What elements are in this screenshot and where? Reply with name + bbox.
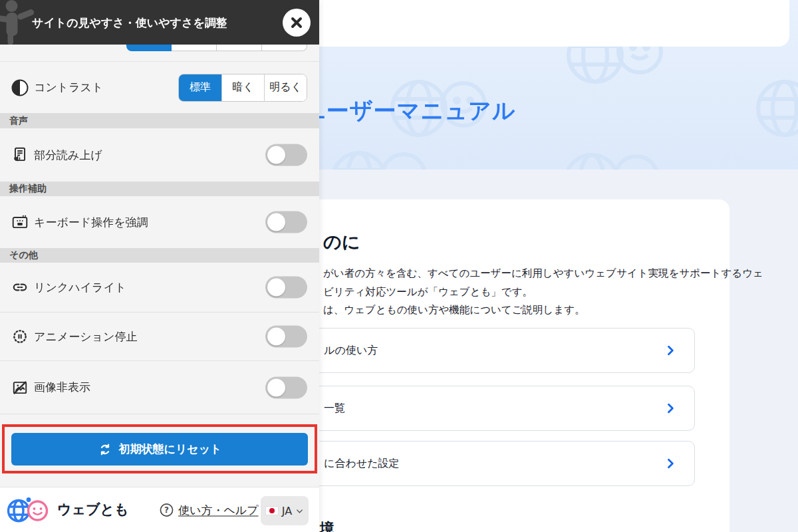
hide-images-label: 画像非表示 [34,380,90,395]
section-header-audio: 音声 [0,113,319,128]
accessibility-panel: サイトの見やすさ・使いやすさを調整 コントラスト 標準 暗く 明るく 音声 [0,0,319,532]
highlight-annotation-box: 初期状態にリセット [2,424,317,473]
contrast-icon [11,79,29,96]
panel-header: サイトの見やすさ・使いやすさを調整 [0,0,319,45]
chevron-right-icon [664,402,677,415]
contrast-option-dark[interactable]: 暗く [221,74,264,101]
reset-button-label: 初期状態にリセット [119,442,222,457]
contrast-label: コントラスト [34,80,103,95]
close-icon [290,16,303,29]
intro-line: は、ウェブともの使い方や機能についてご説明します。 [323,301,722,320]
toggle-knob [267,279,285,297]
close-button[interactable] [283,9,311,37]
panel-footer: ウェブとも ? 使い方・ヘルプ JA [0,487,319,532]
chevron-down-icon [295,507,304,515]
image-off-icon [11,379,29,396]
svg-text:?: ? [164,505,169,515]
brand-name: ウェブとも [57,500,128,519]
link-highlight-label: リンクハイライト [34,280,126,295]
animation-stop-label: アニメーション停止 [34,329,137,344]
toggle-knob [267,378,285,396]
animation-stop-toggle[interactable] [265,326,307,348]
intro-heading: のに [323,230,360,254]
keyboard-row: キーボード操作を強調 [0,196,319,248]
read-aloud-row: 部分読み上げ [0,128,319,182]
intro-line: がい者の方々を含む、すべてのユーザーに利用しやすいウェブサイト実現をサポートする… [323,265,722,283]
keyboard-label: キーボード操作を強調 [34,215,148,230]
toggle-knob [267,213,285,231]
contrast-option-standard[interactable]: 標準 [179,74,221,101]
link-highlight-row: リンクハイライト [0,263,319,313]
language-code: JA [282,505,292,517]
refresh-icon [98,442,112,457]
contrast-option-light[interactable]: 明るく [264,74,307,101]
chevron-right-icon [664,344,677,357]
document-speaker-icon [11,146,29,164]
hide-images-row: 画像非表示 [0,361,319,414]
panel-title: サイトの見やすさ・使いやすさを調整 [32,15,227,30]
link-icon [11,279,29,296]
toggle-knob [267,146,285,164]
keyboard-icon [11,213,29,231]
pause-circle-icon [11,328,29,345]
section-header-other: その他 [0,248,319,263]
section-header-assist: 操作補助 [0,182,319,196]
read-aloud-toggle[interactable] [265,144,307,166]
link-highlight-toggle[interactable] [265,277,307,299]
animation-stop-row: アニメーション停止 [0,313,319,361]
manual-link-list[interactable]: 一覧 [306,386,695,431]
intro-line: ビリティ対応ツールが「ウェブとも」です。 [323,283,722,302]
hide-images-toggle[interactable] [265,376,307,398]
keyboard-toggle[interactable] [265,211,307,233]
question-icon: ? [160,503,174,517]
reset-button[interactable]: 初期状態にリセット [11,433,308,466]
menu-item-label: に合わせた設定 [324,457,400,471]
toggle-knob [267,328,285,346]
language-selector[interactable]: JA [261,496,309,525]
japan-flag-icon [265,506,279,515]
help-link-label: 使い方・ヘルプ [178,502,259,517]
manual-link-settings[interactable]: に合わせた設定 [306,441,695,486]
section-heading-fragment: 境 [320,519,334,532]
menu-item-label: 一覧 [324,402,345,416]
read-aloud-label: 部分読み上げ [34,148,102,163]
contrast-options: 標準 暗く 明るく [178,74,307,102]
webtomo-logo-icon [5,495,53,524]
intro-paragraph: がい者の方々を含む、すべてのユーザーに利用しやすいウェブサイト実現をサポートする… [323,265,722,320]
help-link[interactable]: ? 使い方・ヘルプ [160,502,259,517]
brand: ウェブとも [5,495,128,524]
chevron-right-icon [664,457,677,470]
screen: ユーザーマニュアル のに がい者の方々を含む、すべてのユーザーに利用しやすいウェ… [0,0,798,532]
page-title: ユーザーマニュアル [303,96,516,126]
manual-link-usage[interactable]: ルの使い方 [306,328,695,373]
menu-item-label: ルの使い方 [324,344,378,358]
contrast-row: コントラスト 標準 暗く 明るく [0,62,319,113]
